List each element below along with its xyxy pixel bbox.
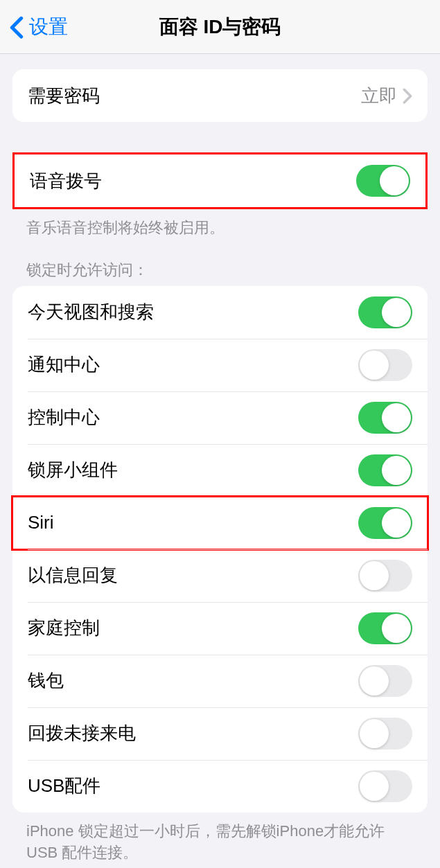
notification-center-toggle[interactable]	[358, 349, 412, 381]
siri-row: Siri	[12, 497, 428, 549]
home-control-label: 家庭控制	[28, 616, 358, 640]
control-center-toggle[interactable]	[358, 402, 412, 434]
require-passcode-group: 需要密码 立即	[12, 69, 428, 122]
lock-widgets-row: 锁屏小组件	[12, 444, 428, 497]
home-control-toggle[interactable]	[358, 612, 412, 644]
back-label: 设置	[29, 14, 68, 40]
lock-widgets-label: 锁屏小组件	[28, 458, 358, 482]
require-passcode-value: 立即	[361, 84, 397, 108]
control-center-row: 控制中心	[12, 391, 428, 444]
usb-accessories-toggle[interactable]	[358, 770, 412, 802]
notification-center-label: 通知中心	[28, 353, 358, 377]
reply-message-row: 以信息回复	[12, 549, 428, 602]
voice-dial-footer: 音乐语音控制将始终被启用。	[0, 209, 440, 239]
today-view-label: 今天视图和搜索	[28, 300, 358, 324]
return-calls-row: 回拨未接来电	[12, 707, 428, 760]
return-calls-label: 回拨未接来电	[28, 721, 358, 745]
voice-dial-group: 语音拨号	[12, 152, 428, 209]
chevron-left-icon	[10, 16, 24, 38]
voice-dial-label: 语音拨号	[30, 169, 356, 193]
require-passcode-row[interactable]: 需要密码 立即	[12, 69, 428, 122]
require-passcode-label: 需要密码	[28, 84, 361, 108]
lock-widgets-toggle[interactable]	[358, 454, 412, 486]
locked-access-group: 今天视图和搜索 通知中心 控制中心 锁屏小组件 Siri 以信息回复 家庭控制	[12, 286, 428, 813]
control-center-label: 控制中心	[28, 405, 358, 429]
notification-center-row: 通知中心	[12, 339, 428, 391]
voice-dial-toggle[interactable]	[356, 165, 410, 197]
siri-toggle[interactable]	[358, 507, 412, 539]
reply-message-label: 以信息回复	[28, 563, 358, 587]
voice-dial-row: 语音拨号	[15, 154, 425, 207]
wallet-toggle[interactable]	[358, 665, 412, 697]
wallet-row: 钱包	[12, 655, 428, 707]
reply-message-toggle[interactable]	[358, 560, 412, 592]
today-view-row: 今天视图和搜索	[12, 286, 428, 339]
back-button[interactable]: 设置	[0, 14, 68, 40]
siri-label: Siri	[28, 512, 358, 533]
usb-footer: iPhone 锁定超过一小时后，需先解锁iPhone才能允许 USB 配件连接。	[0, 813, 440, 864]
page-title: 面容 ID与密码	[159, 14, 281, 40]
today-view-toggle[interactable]	[358, 296, 412, 328]
locked-access-header: 锁定时允许访问：	[0, 239, 440, 286]
chevron-right-icon	[403, 88, 412, 103]
nav-header: 设置 面容 ID与密码	[0, 0, 440, 54]
return-calls-toggle[interactable]	[358, 718, 412, 750]
wallet-label: 钱包	[28, 668, 358, 693]
usb-accessories-label: USB配件	[28, 774, 358, 798]
usb-accessories-row: USB配件	[12, 760, 428, 813]
home-control-row: 家庭控制	[12, 602, 428, 655]
